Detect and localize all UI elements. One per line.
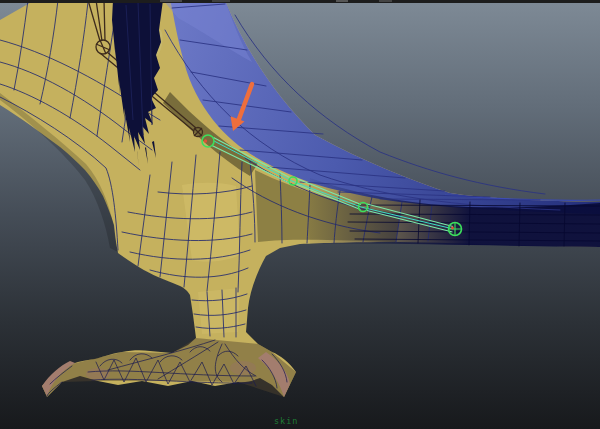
watermark-text: skin	[274, 416, 298, 426]
window-top-edge	[0, 0, 600, 3]
toe-patch	[86, 368, 110, 380]
joint-axis-marker	[451, 227, 454, 230]
joint-axis-marker	[204, 139, 207, 142]
toe-patch	[230, 361, 256, 375]
viewport-frame: skin	[0, 0, 600, 429]
shin-highlight	[198, 288, 240, 334]
viewport-canvas[interactable]: skin	[0, 0, 600, 429]
